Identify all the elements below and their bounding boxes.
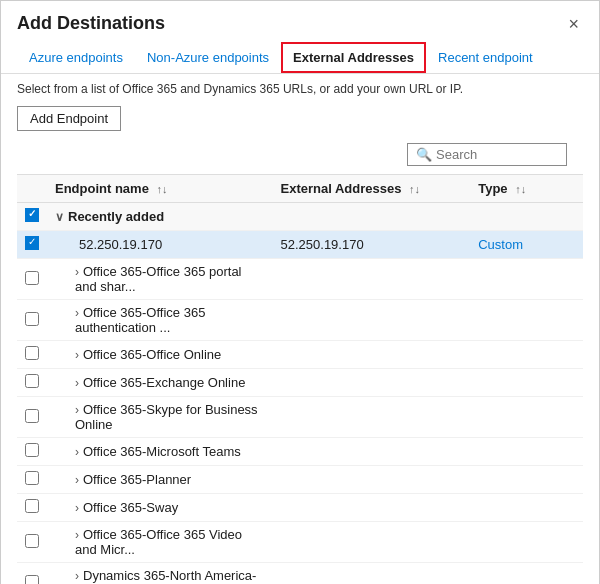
table-row: ›Office 365-Office 365 authentication ..… (17, 300, 583, 341)
row-addresses (273, 563, 471, 585)
row-endpoint-name: ›Office 365-Planner (47, 466, 273, 494)
expand-icon[interactable]: › (75, 473, 79, 487)
col-checkbox (17, 175, 47, 203)
row-addresses (273, 397, 471, 438)
row-endpoint-name: ›Office 365-Exchange Online (47, 369, 273, 397)
table-row: ›Office 365-Office Online (17, 341, 583, 369)
tab-recent-endpoint[interactable]: Recent endpoint (426, 42, 545, 73)
expand-icon[interactable]: › (75, 445, 79, 459)
close-button[interactable]: × (564, 15, 583, 33)
expand-icon[interactable]: › (75, 265, 79, 279)
row-addresses (273, 203, 471, 231)
checkbox-unchecked[interactable] (25, 534, 39, 548)
row-endpoint-name: ›Office 365-Office Online (47, 341, 273, 369)
expand-icon[interactable]: › (75, 306, 79, 320)
table-row: ›Office 365-Skype for Business Online (17, 397, 583, 438)
table-row: ›Office 365-Microsoft Teams (17, 438, 583, 466)
expand-icon[interactable]: › (75, 348, 79, 362)
expand-icon[interactable]: › (75, 528, 79, 542)
row-checkbox-cell (17, 522, 47, 563)
expand-icon[interactable]: › (75, 501, 79, 515)
checkbox-unchecked[interactable] (25, 312, 39, 326)
row-addresses (273, 494, 471, 522)
endpoint-label: Office 365-Planner (83, 472, 191, 487)
row-checkbox-cell (17, 231, 47, 259)
row-checkbox-cell (17, 438, 47, 466)
tab-non-azure[interactable]: Non-Azure endpoints (135, 42, 281, 73)
row-type (470, 369, 583, 397)
row-type (470, 438, 583, 466)
expand-icon[interactable]: › (75, 403, 79, 417)
row-checkbox-cell (17, 203, 47, 231)
checkbox-unchecked[interactable] (25, 499, 39, 513)
row-endpoint-name: ›Office 365-Skype for Business Online (47, 397, 273, 438)
row-endpoint-name: ›Dynamics 365-North America-based ... (47, 563, 273, 585)
expand-icon[interactable]: ∨ (55, 210, 64, 224)
sort-addresses-icon[interactable]: ↑↓ (409, 183, 420, 195)
checkbox-unchecked[interactable] (25, 471, 39, 485)
row-endpoint-name: ›Office 365-Sway (47, 494, 273, 522)
search-wrapper: 🔍 (407, 143, 567, 166)
add-destinations-dialog: Add Destinations × Azure endpoints Non-A… (0, 0, 600, 584)
col-endpoint-name[interactable]: Endpoint name ↑↓ (47, 175, 273, 203)
endpoints-table-container: Endpoint name ↑↓ External Addresses ↑↓ T… (17, 174, 583, 584)
checkbox-unchecked[interactable] (25, 271, 39, 285)
checkbox-unchecked[interactable] (25, 575, 39, 585)
tab-external-addresses[interactable]: External Addresses (281, 42, 426, 73)
checkbox-unchecked[interactable] (25, 443, 39, 457)
endpoint-label: Office 365-Office Online (83, 347, 221, 362)
checkbox-unchecked[interactable] (25, 374, 39, 388)
row-checkbox-cell (17, 466, 47, 494)
row-endpoint-name: 52.250.19.170 (47, 231, 273, 259)
expand-icon[interactable]: › (75, 376, 79, 390)
expand-icon[interactable]: › (75, 569, 79, 583)
tab-bar: Azure endpoints Non-Azure endpoints Exte… (1, 42, 599, 74)
row-type (470, 397, 583, 438)
row-endpoint-name: ∨Recently added (47, 203, 273, 231)
row-checkbox-cell (17, 300, 47, 341)
row-type (470, 300, 583, 341)
endpoint-label: Office 365-Exchange Online (83, 375, 245, 390)
endpoint-label: Recently added (68, 209, 164, 224)
row-addresses (273, 522, 471, 563)
row-type (470, 259, 583, 300)
search-input[interactable] (436, 147, 558, 162)
dialog-title: Add Destinations (17, 13, 165, 34)
table-row: ›Dynamics 365-North America-based ... (17, 563, 583, 585)
sort-type-icon[interactable]: ↑↓ (515, 183, 526, 195)
table-row: ›Office 365-Planner (17, 466, 583, 494)
endpoint-label: Office 365-Microsoft Teams (83, 444, 241, 459)
table-header: Endpoint name ↑↓ External Addresses ↑↓ T… (17, 175, 583, 203)
table-row: ›Office 365-Office 365 Video and Micr... (17, 522, 583, 563)
col-external-addresses[interactable]: External Addresses ↑↓ (273, 175, 471, 203)
row-addresses (273, 438, 471, 466)
row-type (470, 341, 583, 369)
row-type (470, 466, 583, 494)
checkbox-checked[interactable] (25, 208, 39, 222)
row-checkbox-cell (17, 259, 47, 300)
checkbox-unchecked[interactable] (25, 346, 39, 360)
table-row: ›Office 365-Sway (17, 494, 583, 522)
row-addresses (273, 341, 471, 369)
row-type (470, 203, 583, 231)
sort-endpoint-icon[interactable]: ↑↓ (157, 183, 168, 195)
col-type[interactable]: Type ↑↓ (470, 175, 583, 203)
endpoint-label: Office 365-Sway (83, 500, 178, 515)
row-endpoint-name: ›Office 365-Microsoft Teams (47, 438, 273, 466)
add-endpoint-button[interactable]: Add Endpoint (17, 106, 121, 131)
subtitle-text: Select from a list of Office 365 and Dyn… (1, 74, 599, 100)
search-icon: 🔍 (416, 147, 432, 162)
tab-azure[interactable]: Azure endpoints (17, 42, 135, 73)
row-endpoint-name: ›Office 365-Office 365 authentication ..… (47, 300, 273, 341)
endpoints-table: Endpoint name ↑↓ External Addresses ↑↓ T… (17, 175, 583, 584)
table-body: ∨Recently added52.250.19.17052.250.19.17… (17, 203, 583, 585)
endpoint-label: Office 365-Office 365 portal and shar... (75, 264, 242, 294)
row-checkbox-cell (17, 369, 47, 397)
row-checkbox-cell (17, 341, 47, 369)
endpoint-label: Office 365-Office 365 Video and Micr... (75, 527, 242, 557)
row-checkbox-cell (17, 494, 47, 522)
search-bar: 🔍 (17, 139, 583, 170)
dialog-header: Add Destinations × (1, 1, 599, 42)
checkbox-unchecked[interactable] (25, 409, 39, 423)
checkbox-checked[interactable] (25, 236, 39, 250)
